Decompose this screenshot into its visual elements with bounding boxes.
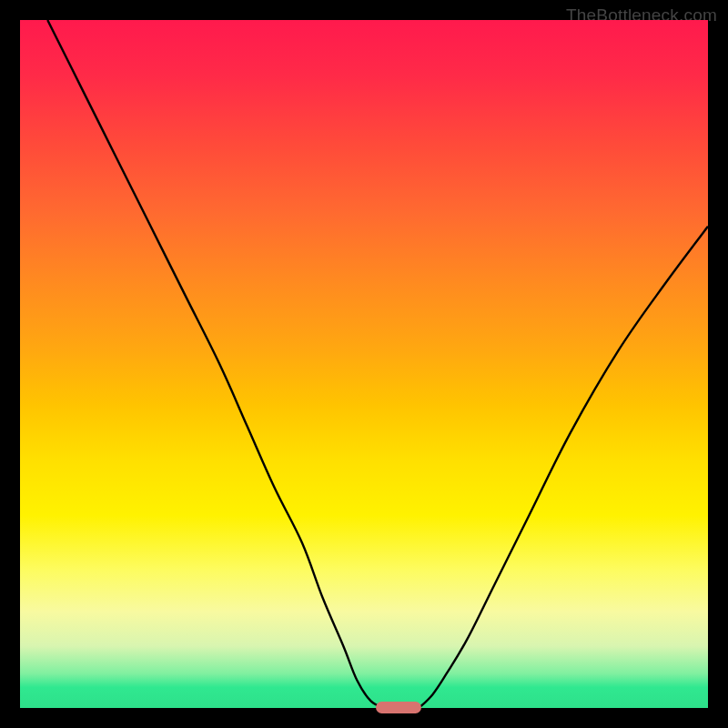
optimal-marker (376, 702, 421, 713)
curve-right (419, 227, 708, 708)
curve-left (47, 20, 384, 708)
chart-curves (20, 20, 708, 708)
